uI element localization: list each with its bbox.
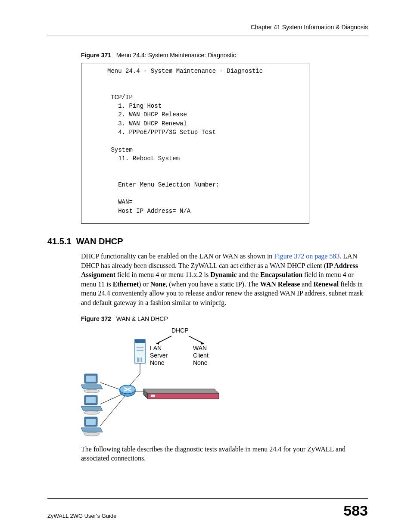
footer-guide-name: ZyWALL 2WG User's Guide: [47, 513, 116, 519]
terminal-item-11: 11. Reboot System: [118, 155, 180, 162]
p1-b4: Ethernet: [113, 280, 139, 288]
p1-t7: , (when you have a static IP). The: [165, 280, 260, 288]
pc-icon-1: [81, 374, 103, 393]
svg-line-14: [100, 383, 122, 390]
wan-label-2: Client: [193, 352, 209, 359]
paragraph-1: DHCP functionality can be enabled on the…: [81, 252, 368, 308]
p1-b2: Dynamic: [210, 271, 237, 278]
svg-rect-24: [86, 376, 96, 382]
p1-b3: Encapsulation: [260, 271, 302, 278]
figure-372-link[interactable]: Figure 372 on page 583: [274, 252, 339, 260]
figure-371-text: Menu 24.4: System Maintenance: Diagnosti…: [116, 52, 236, 59]
svg-rect-5: [135, 339, 145, 343]
terminal-item-1: 1. Ping Host: [118, 103, 162, 109]
pc-icon-3: [81, 417, 103, 436]
figure-372-label: Figure 372: [81, 315, 111, 322]
p1-b6: WAN Release: [260, 280, 300, 288]
p1-t8: and: [300, 280, 313, 288]
footer-page-number: 583: [343, 502, 368, 519]
terminal-host-field: Host IP Address= N/A: [118, 208, 190, 215]
p1-t4: and the: [237, 271, 261, 278]
switch-icon: [120, 385, 135, 396]
section-title: WAN DHCP: [76, 236, 123, 246]
terminal-wan-field: WAN=: [118, 199, 133, 205]
svg-line-16: [100, 395, 126, 426]
p1-t1: DHCP functionality can be enabled on the…: [81, 252, 274, 260]
page-header: Chapter 41 System Information & Diagnosi…: [47, 24, 368, 35]
svg-rect-22: [151, 395, 155, 397]
svg-rect-27: [86, 397, 96, 403]
figure-372-text: WAN & LAN DHCP: [116, 315, 168, 322]
svg-line-13: [128, 374, 140, 387]
p1-b5: None: [150, 280, 166, 288]
terminal-menu-box: Menu 24.4 - System Maintenance - Diagnos…: [81, 63, 309, 224]
figure-371-label: Figure 371: [81, 52, 111, 59]
paragraph-2: The following table describes the diagno…: [81, 445, 368, 463]
wan-label-1: WAN: [193, 345, 207, 352]
network-diagram: DHCP LAN Server None WAN Client None: [81, 327, 368, 440]
dhcp-label: DHCP: [171, 327, 189, 334]
terminal-title: Menu 24.4 - System Maintenance - Diagnos…: [107, 68, 263, 75]
terminal-section-system: System: [111, 146, 132, 153]
svg-point-31: [84, 432, 100, 436]
lan-label-3: None: [150, 359, 165, 366]
lan-label-1: LAN: [150, 345, 162, 352]
terminal-section-tcpip: TCP/IP: [111, 94, 132, 101]
modem-icon: [143, 389, 219, 399]
terminal-prompt: Enter Menu Selection Number:: [118, 181, 219, 188]
terminal-item-4: 4. PPPoE/PPTP/3G Setup Test: [118, 129, 216, 136]
svg-marker-1: [156, 341, 160, 345]
wan-label-3: None: [193, 359, 208, 366]
svg-marker-3: [200, 341, 204, 345]
terminal-item-3: 3. WAN DHCP Renewal: [118, 120, 187, 127]
lan-label-2: Server: [150, 352, 168, 359]
p1-t3: field in menu 4 or menu 11.x.2 is: [115, 271, 210, 278]
section-heading: 41.5.1 WAN DHCP: [47, 236, 368, 246]
figure-372-caption: Figure 372 WAN & LAN DHCP: [81, 315, 368, 322]
terminal-item-2: 2. WAN DHCP Release: [118, 111, 187, 118]
figure-371-caption: Figure 371 Menu 24.4: System Maintenance…: [81, 52, 368, 59]
server-icon: [135, 339, 145, 363]
svg-point-25: [84, 389, 100, 393]
svg-rect-30: [86, 419, 96, 425]
section-number: 41.5.1: [47, 236, 72, 246]
svg-point-28: [84, 411, 100, 414]
page-footer: ZyWALL 2WG User's Guide 583: [47, 498, 368, 519]
p1-t6: ) or: [139, 280, 150, 288]
p1-b7: Renewal: [313, 280, 339, 288]
svg-line-15: [100, 393, 124, 404]
pc-icon-2: [81, 395, 103, 414]
